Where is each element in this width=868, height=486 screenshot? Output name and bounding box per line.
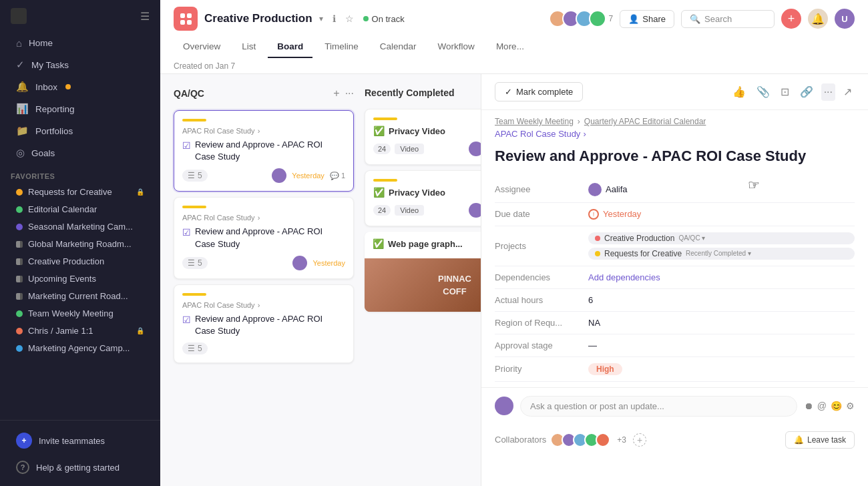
- approval-value: —: [588, 340, 855, 350]
- actual-hours-value: 6: [588, 295, 855, 305]
- card-comment-count: 💬 1: [330, 172, 345, 180]
- subtask-count: ☰ 5: [182, 342, 208, 354]
- card-footer: ☰ 5 Yesterday: [182, 256, 345, 270]
- sidebar-item-seasonal[interactable]: Seasonal Marketing Cam...: [5, 218, 155, 235]
- add-task-icon[interactable]: +: [333, 87, 339, 99]
- sidebar-item-upcoming[interactable]: Upcoming Events: [5, 270, 155, 287]
- search-box[interactable]: 🔍 Search: [681, 10, 775, 28]
- mention-icon[interactable]: @: [817, 401, 827, 411]
- list-icon: ☰: [188, 344, 195, 353]
- fav-dot: [16, 328, 23, 334]
- home-icon: ⌂: [16, 37, 22, 49]
- subtask-icon[interactable]: ⊡: [778, 83, 792, 101]
- fav-dot: [16, 189, 23, 196]
- comment-input[interactable]: Ask a question or post an update...: [520, 396, 797, 417]
- expand-icon[interactable]: ↗: [841, 83, 855, 101]
- info-icon[interactable]: ℹ: [330, 11, 339, 27]
- column-title: QA/QC: [174, 88, 204, 99]
- logo-dot: [180, 13, 185, 18]
- tab-more[interactable]: More...: [487, 36, 533, 58]
- chevron-right-icon: ›: [258, 301, 260, 309]
- sidebar-item-home[interactable]: ⌂ Home: [5, 33, 155, 53]
- fav-dot: [16, 206, 23, 213]
- field-dependencies: Dependencies Add dependencies: [495, 266, 855, 289]
- projects-value: Creative Production QA/QC ▾ Requests for…: [588, 232, 855, 260]
- bar-icon: [16, 293, 23, 300]
- tag-bar: [182, 119, 206, 121]
- add-dependencies-button[interactable]: Add dependencies: [588, 272, 660, 282]
- column-actions: + ···: [333, 87, 354, 99]
- dropdown-arrow-icon[interactable]: ▾: [319, 14, 323, 23]
- project-pill-2[interactable]: Requests for Creative Recently Completed…: [588, 248, 855, 260]
- card-date: Yesterday: [312, 259, 345, 267]
- notification-avatar[interactable]: 🔔: [808, 9, 828, 29]
- sidebar-item-chris-jamie[interactable]: Chris / Jamie 1:1 🔒: [5, 322, 155, 339]
- sidebar-item-global-road[interactable]: Global Marketing Roadm...: [5, 236, 155, 252]
- collaborators-row: Collaborators +3 + 🔔 Leave task: [481, 425, 868, 459]
- on-track-dot: [363, 16, 369, 21]
- attachment-icon[interactable]: 📎: [754, 83, 773, 101]
- collaborators-left: Collaborators +3 +: [495, 433, 646, 447]
- bar-icon: [16, 258, 23, 265]
- add-collaborator-button[interactable]: +: [633, 433, 646, 447]
- sidebar-item-team-weekly[interactable]: Team Weekly Meeting: [5, 305, 155, 322]
- tab-timeline[interactable]: Timeline: [315, 36, 368, 58]
- green-check-icon: ✅: [373, 187, 385, 198]
- sidebar-toggle-icon[interactable]: ☰: [140, 10, 150, 23]
- more-icon[interactable]: ···: [821, 83, 835, 101]
- task-card[interactable]: APAC Rol Case Study › ☑ Review and Appro…: [174, 110, 354, 192]
- sidebar-item-reporting[interactable]: 📊 Reporting: [5, 98, 155, 119]
- help-button[interactable]: ? Help & getting started: [5, 455, 155, 479]
- link-icon[interactable]: 🔗: [797, 83, 816, 101]
- sidebar-item-inbox[interactable]: 🔔 Inbox: [5, 76, 155, 97]
- tab-calendar[interactable]: Calendar: [371, 36, 426, 58]
- breadcrumb-quarterly[interactable]: Quarterly APAC Editorial Calendar: [584, 117, 706, 126]
- sidebar-item-creative-prod[interactable]: Creative Production: [5, 253, 155, 270]
- folder-icon: 📁: [16, 125, 29, 137]
- target-icon: ◎: [16, 147, 25, 159]
- list-icon: ☰: [188, 258, 195, 268]
- add-button[interactable]: +: [781, 9, 801, 29]
- task-path-link[interactable]: APAC Rol Case Study ›: [481, 129, 868, 144]
- emoji-icon[interactable]: 😊: [831, 401, 842, 411]
- comment-avatar: [495, 397, 513, 415]
- sidebar-item-marketing-agency[interactable]: Marketing Agency Camp...: [5, 340, 155, 356]
- due-date-value[interactable]: ! Yesterday: [588, 209, 855, 220]
- project-pill-1[interactable]: Creative Production QA/QC ▾: [588, 232, 855, 244]
- project-dot: [595, 251, 600, 256]
- card-path: APAC Rol Case Study ›: [182, 214, 345, 222]
- breadcrumb: Team Weekly Meeting › Quarterly APAC Edi…: [481, 110, 868, 129]
- sidebar-item-marketing-road[interactable]: Marketing Current Road...: [5, 288, 155, 304]
- field-projects: Projects Creative Production QA/QC ▾ Req…: [495, 226, 855, 266]
- star-icon[interactable]: ☆: [343, 11, 357, 27]
- sidebar-item-portfolios[interactable]: 📁 Portfolios: [5, 120, 155, 142]
- tab-board[interactable]: Board: [268, 36, 312, 58]
- sidebar-item-editorial[interactable]: Editorial Calendar: [5, 201, 155, 218]
- assignee-value: Aalifa: [588, 183, 855, 196]
- breadcrumb-team-weekly[interactable]: Team Weekly Meeting: [495, 117, 574, 126]
- like-icon[interactable]: 👍: [730, 83, 748, 101]
- task-card[interactable]: APAC Rol Case Study › ☑ Review and Appro…: [174, 197, 354, 278]
- field-due-date: Due date ! Yesterday: [495, 203, 855, 226]
- task-card[interactable]: APAC Rol Case Study › ☑ Review and Appro…: [174, 284, 354, 363]
- record-icon[interactable]: ⏺: [804, 401, 813, 411]
- more-comment-icon[interactable]: ⚙: [846, 401, 855, 411]
- tab-workflow[interactable]: Workflow: [429, 36, 484, 58]
- tab-overview[interactable]: Overview: [174, 36, 230, 58]
- tag-bar: [182, 206, 206, 208]
- sidebar-bottom: + Invite teammates ? Help & getting star…: [0, 420, 160, 481]
- sidebar-item-goals[interactable]: ◎ Goals: [5, 142, 155, 164]
- comment-icons: ⏺ @ 😊 ⚙: [804, 401, 855, 411]
- more-icon[interactable]: ···: [345, 87, 354, 99]
- leave-task-button[interactable]: 🔔 Leave task: [785, 431, 855, 449]
- header-top: Creative Production ▾ ℹ ☆ On track 7: [174, 0, 855, 36]
- sidebar-item-my-tasks[interactable]: ✓ My Tasks: [5, 54, 155, 75]
- mark-complete-button[interactable]: ✓ Mark complete: [495, 82, 583, 101]
- logo-dot: [187, 13, 192, 18]
- share-button[interactable]: 👤 Share: [620, 10, 674, 28]
- list-icon: ☰: [188, 171, 195, 180]
- tab-list[interactable]: List: [232, 36, 265, 58]
- invite-teammates-button[interactable]: + Invite teammates: [5, 427, 155, 454]
- sidebar-item-requests[interactable]: Requests for Creative 🔒: [5, 184, 155, 200]
- user-avatar[interactable]: U: [835, 9, 855, 29]
